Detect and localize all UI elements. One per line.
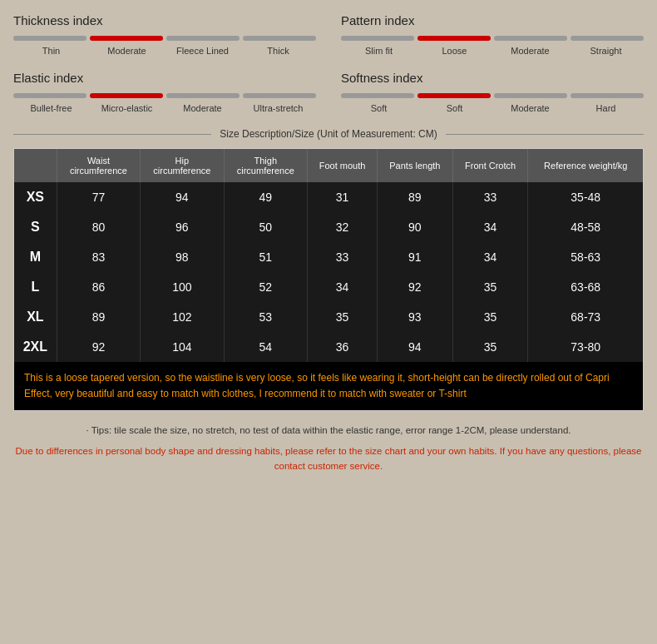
cell-2-2: 98 [141,242,224,272]
cell-1-7: 48-58 [528,212,643,242]
pattern-seg-0 [341,36,414,41]
pattern-seg-3 [571,36,644,41]
thickness-label-0: Thin [13,46,89,56]
elastic-seg-1 [90,93,163,98]
cell-1-1: 80 [57,212,140,242]
col-crotch: Front Crotch [452,149,528,182]
cell-5-6: 35 [452,332,528,362]
thickness-seg-2 [166,36,240,41]
col-foot: Foot mouth [308,149,378,182]
softness-seg-1 [417,93,491,98]
cell-1-6: 34 [452,212,528,242]
cell-3-6: 35 [452,272,528,302]
elastic-seg-0 [13,93,86,98]
table-row: XL891025335933568-73 [14,302,643,332]
cell-3-0: L [14,272,57,302]
cell-2-0: M [14,242,57,272]
table-header-row: Waistcircumference Hipcircumference Thig… [14,149,643,182]
table-row: L861005234923563-68 [14,272,643,302]
cell-0-2: 94 [141,182,224,212]
cell-2-4: 33 [308,242,378,272]
cell-3-7: 63-68 [528,272,643,302]
cell-5-0: 2XL [14,332,57,362]
pattern-label-3: Straight [568,46,644,56]
thickness-seg-3 [243,36,316,41]
col-waist: Waistcircumference [57,149,140,182]
cell-0-6: 33 [452,182,528,212]
cell-0-0: XS [14,182,57,212]
pattern-block: Pattern index Slim fit Loose Moderate St… [341,13,644,56]
cell-4-7: 68-73 [528,302,643,332]
cell-4-3: 53 [224,302,307,332]
cell-5-1: 92 [57,332,140,362]
thickness-seg-0 [13,36,86,41]
thickness-seg-1 [90,36,163,41]
elastic-gauge [13,93,316,98]
cell-5-7: 73-80 [528,332,643,362]
index-row-top: Thickness index Thin Moderate Fleece Lin… [13,13,644,56]
cell-4-5: 93 [378,302,453,332]
tip-warning: Due to differences in personal body shap… [13,443,644,474]
header-line-left [13,134,211,135]
elastic-labels: Bullet-free Micro-elastic Moderate Ultra… [13,103,316,113]
pattern-label-2: Moderate [492,46,568,56]
cell-5-4: 36 [308,332,378,362]
cell-1-4: 32 [308,212,378,242]
pattern-labels: Slim fit Loose Moderate Straight [341,46,644,56]
cell-2-1: 83 [57,242,140,272]
tip-main: · Tips: tile scale the size, no stretch,… [13,423,644,438]
index-row-bottom: Elastic index Bullet-free Micro-elastic … [13,71,644,113]
cell-0-3: 49 [224,182,307,212]
thickness-block: Thickness index Thin Moderate Fleece Lin… [13,13,316,56]
thickness-title: Thickness index [13,13,316,27]
cell-0-1: 77 [57,182,140,212]
cell-5-3: 54 [224,332,307,362]
table-row: S80965032903448-58 [14,212,643,242]
thickness-label-2: Fleece Lined [165,46,240,56]
softness-block: Softness index Soft Soft Moderate Hard [341,71,644,113]
elastic-label-1: Micro-elastic [89,103,165,113]
size-table-wrapper: Waistcircumference Hipcircumference Thig… [13,148,644,411]
softness-gauge [341,93,644,98]
table-row: XS77944931893335-48 [14,182,643,212]
cell-2-3: 51 [224,242,307,272]
cell-3-4: 34 [308,272,378,302]
description-text: This is a loose tapered version, so the … [24,372,610,399]
pattern-title: Pattern index [341,13,644,27]
elastic-label-0: Bullet-free [13,103,89,113]
thickness-label-1: Moderate [89,46,165,56]
cell-1-0: S [14,212,57,242]
softness-label-2: Moderate [492,103,568,113]
cell-0-4: 31 [308,182,378,212]
cell-4-6: 35 [452,302,528,332]
softness-seg-2 [494,93,567,98]
softness-label-3: Hard [568,103,644,113]
cell-2-7: 58-63 [528,242,643,272]
col-hip: Hipcircumference [141,149,224,182]
cell-4-0: XL [14,302,57,332]
pattern-gauge [341,36,644,41]
cell-1-3: 50 [224,212,307,242]
tips-section: · Tips: tile scale the size, no stretch,… [13,423,644,473]
cell-3-3: 52 [224,272,307,302]
cell-3-1: 86 [57,272,140,302]
pattern-seg-2 [494,36,567,41]
elastic-block: Elastic index Bullet-free Micro-elastic … [13,71,316,113]
pattern-seg-1 [417,36,491,41]
size-description-title: Size Description/Size (Unit of Measureme… [220,128,437,140]
softness-label-0: Soft [341,103,417,113]
thickness-gauge [13,36,316,41]
elastic-label-3: Ultra-stretch [240,103,316,113]
cell-3-5: 92 [378,272,453,302]
pattern-label-0: Slim fit [341,46,417,56]
table-row: M83985133913458-63 [14,242,643,272]
size-description-header: Size Description/Size (Unit of Measureme… [13,128,644,140]
softness-title: Softness index [341,71,644,85]
col-pants: Pants length [378,149,453,182]
header-line-right [446,134,644,135]
softness-labels: Soft Soft Moderate Hard [341,103,644,113]
cell-2-6: 34 [452,242,528,272]
softness-seg-3 [571,93,644,98]
thickness-label-3: Thick [240,46,316,56]
elastic-label-2: Moderate [165,103,240,113]
